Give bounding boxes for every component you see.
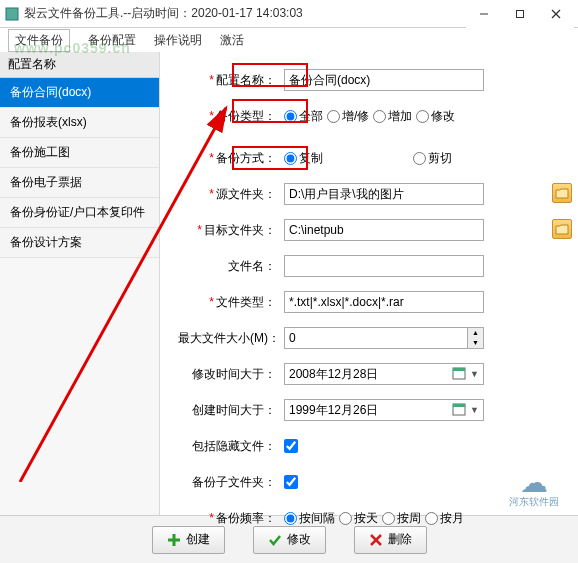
sidebar-item-0[interactable]: 备份合同(docx) — [0, 78, 159, 108]
radio-freq-month[interactable] — [425, 512, 438, 525]
window-titlebar: 裂云文件备份工具.--启动时间：2020-01-17 14:03:03 — [0, 0, 578, 28]
chevron-down-icon: ▼ — [470, 369, 479, 379]
browse-target-button[interactable] — [552, 219, 572, 239]
menubar: 文件备份 备份配置 操作说明 激活 — [0, 28, 578, 52]
form-panel: *配置名称： *备份类型： 全部 增/修 增加 修改 *备份方式： 复制 剪切 … — [160, 52, 578, 515]
svg-rect-9 — [453, 404, 465, 407]
label-file-type: *文件类型： — [178, 294, 284, 311]
sidebar-item-5[interactable]: 备份设计方案 — [0, 228, 159, 258]
calendar-icon — [452, 402, 468, 418]
label-include-hidden: 包括隐藏文件： — [178, 438, 284, 455]
target-dir-input[interactable] — [284, 219, 484, 241]
include-hidden-checkbox[interactable] — [284, 439, 298, 453]
label-file-name: 文件名： — [178, 258, 284, 275]
label-mod-after: 修改时间大于： — [178, 366, 284, 383]
sidebar-item-2[interactable]: 备份施工图 — [0, 138, 159, 168]
svg-rect-7 — [453, 368, 465, 371]
close-button[interactable] — [538, 0, 574, 28]
label-backup-freq: *备份频率： — [178, 510, 284, 527]
label-backup-subdir: 备份子文件夹： — [178, 474, 284, 491]
max-size-input[interactable]: ▲▼ — [284, 327, 484, 349]
backup-subdir-checkbox[interactable] — [284, 475, 298, 489]
source-dir-input[interactable] — [284, 183, 484, 205]
minimize-button[interactable] — [466, 0, 502, 28]
svg-rect-2 — [517, 10, 524, 17]
sidebar-item-1[interactable]: 备份报表(xlsx) — [0, 108, 159, 138]
backup-freq-radios: 按间隔 按天 按周 按月 — [284, 510, 560, 527]
plus-icon — [167, 533, 181, 547]
app-icon — [4, 6, 20, 22]
svg-rect-0 — [6, 8, 18, 20]
radio-mode-copy[interactable] — [284, 152, 297, 165]
sidebar-item-4[interactable]: 备份身份证/户口本复印件 — [0, 198, 159, 228]
calendar-icon — [452, 366, 468, 382]
sidebar: 配置名称 备份合同(docx) 备份报表(xlsx) 备份施工图 备份电子票据 … — [0, 52, 160, 515]
radio-type-add[interactable] — [373, 110, 386, 123]
label-source-dir: *源文件夹： — [178, 186, 284, 203]
label-max-size: 最大文件大小(M)： — [178, 330, 284, 347]
maximize-button[interactable] — [502, 0, 538, 28]
menu-backup-config[interactable]: 备份配置 — [88, 32, 136, 49]
radio-freq-week[interactable] — [382, 512, 395, 525]
max-size-spinner[interactable]: ▲▼ — [467, 328, 483, 348]
label-backup-mode: *备份方式： — [178, 150, 284, 167]
file-name-input[interactable] — [284, 255, 484, 277]
sidebar-list: 备份合同(docx) 备份报表(xlsx) 备份施工图 备份电子票据 备份身份证… — [0, 78, 159, 515]
label-config-name: *配置名称： — [178, 72, 284, 89]
chevron-down-icon: ▼ — [470, 405, 479, 415]
file-type-input[interactable] — [284, 291, 484, 313]
browse-source-button[interactable] — [552, 183, 572, 203]
svg-rect-11 — [168, 538, 180, 541]
backup-mode-radios: 复制 剪切 — [284, 150, 560, 167]
radio-type-mod[interactable] — [416, 110, 429, 123]
backup-type-radios: 全部 增/修 增加 修改 — [284, 108, 560, 125]
sidebar-header: 配置名称 — [0, 52, 159, 78]
label-target-dir: *目标文件夹： — [178, 222, 284, 239]
radio-freq-interval[interactable] — [284, 512, 297, 525]
tab-file-backup[interactable]: 文件备份 — [8, 29, 70, 52]
menu-activate[interactable]: 激活 — [220, 32, 244, 49]
window-title: 裂云文件备份工具.--启动时间：2020-01-17 14:03:03 — [24, 5, 466, 22]
radio-mode-cut[interactable] — [413, 152, 426, 165]
check-icon — [268, 533, 282, 547]
menu-instructions[interactable]: 操作说明 — [154, 32, 202, 49]
config-name-input[interactable] — [284, 69, 484, 91]
create-after-datepicker[interactable]: 1999年12月26日 ▼ — [284, 399, 484, 421]
sidebar-item-3[interactable]: 备份电子票据 — [0, 168, 159, 198]
label-create-after: 创建时间大于： — [178, 402, 284, 419]
x-icon — [369, 533, 383, 547]
label-backup-type: *备份类型： — [178, 108, 284, 125]
radio-type-all[interactable] — [284, 110, 297, 123]
radio-freq-day[interactable] — [339, 512, 352, 525]
mod-after-datepicker[interactable]: 2008年12月28日 ▼ — [284, 363, 484, 385]
radio-type-addmod[interactable] — [327, 110, 340, 123]
